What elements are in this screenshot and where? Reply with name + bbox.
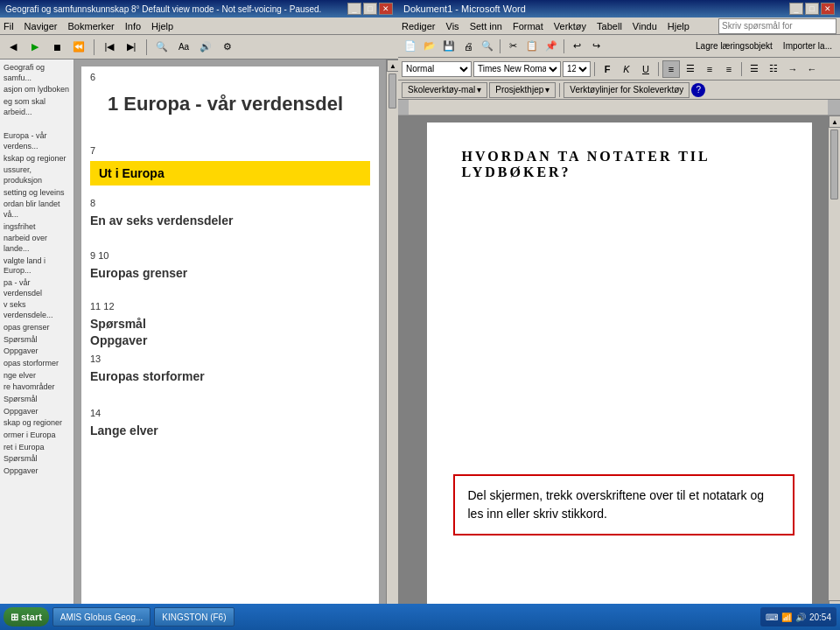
tray-time: 20:54 <box>809 612 831 622</box>
menu-format[interactable]: Format <box>513 21 543 32</box>
outline-item: opas storformer <box>4 359 70 369</box>
align-justify-btn[interactable]: ≡ <box>720 60 738 78</box>
word-minimize-btn[interactable]: _ <box>789 3 803 15</box>
menu-verktoy[interactable]: Verktøy <box>554 21 586 32</box>
menu-bokmerker[interactable]: Bokmerker <box>68 21 115 32</box>
menu-info[interactable]: Info <box>125 21 141 32</box>
outline-item: Spørsmål <box>4 335 70 346</box>
rewind-btn[interactable]: ⏪ <box>69 38 88 57</box>
menu-hjelp-word[interactable]: Hjelp <box>668 21 690 32</box>
help-icon-btn[interactable]: ? <box>691 83 705 97</box>
align-left-btn[interactable]: ≡ <box>662 60 680 78</box>
word-toolbar1: 📄 📂 💾 🖨 🔍 ✂ 📋 📌 ↩ ↪ Lagre læringsobjekt … <box>398 35 840 58</box>
lagre-btn[interactable]: Lagre læringsobjekt <box>691 38 777 55</box>
size-select[interactable]: 12 <box>563 61 591 77</box>
outdent-btn[interactable]: ← <box>803 60 821 78</box>
slide-highlight-text: Ut i Europa <box>99 166 164 180</box>
word-scrollbar[interactable]: ▲ ▼ <box>828 116 840 612</box>
chevron-down-icon: ▾ <box>477 85 481 94</box>
close-btn[interactable]: ✕ <box>379 3 393 15</box>
menu-naviger[interactable]: Naviger <box>24 21 58 32</box>
bold-btn[interactable]: F <box>598 60 616 78</box>
copy-btn[interactable]: 📋 <box>523 38 541 55</box>
style-select[interactable]: Normal <box>402 61 472 77</box>
prosjekthjep-btn[interactable]: Prosjekthjep ▾ <box>489 82 556 98</box>
audio-btn[interactable]: 🔊 <box>196 38 215 57</box>
back-btn[interactable]: ◀ <box>4 38 23 57</box>
word-scroll-thumb[interactable] <box>830 130 838 200</box>
undo-btn[interactable]: ↩ <box>568 38 585 55</box>
right-panel: Dokument1 - Microsoft Word _ □ ✕ Rediger… <box>398 0 840 630</box>
restore-btn[interactable]: □ <box>363 3 377 15</box>
paste-btn[interactable]: 📌 <box>542 38 560 55</box>
open-btn[interactable]: 📂 <box>421 38 438 55</box>
scroll-up-btn[interactable]: ▲ <box>387 60 398 72</box>
prev-btn[interactable]: |◀ <box>100 38 119 57</box>
print-btn[interactable]: 🖨 <box>459 38 477 55</box>
word-close-btn[interactable]: ✕ <box>821 3 835 15</box>
slide-canvas: 6 1 Europa - vår verdensdel 7 Ut i Europ… <box>81 66 379 604</box>
zoom-btn[interactable]: 🔍 <box>152 38 172 57</box>
font-select[interactable]: Times New Roman <box>473 61 561 77</box>
chevron-down-icon2: ▾ <box>545 85 550 94</box>
cut-btn[interactable]: ✂ <box>504 38 522 55</box>
font-a-btn[interactable]: Aa <box>174 38 193 57</box>
start-button[interactable]: ⊞ start <box>4 607 49 626</box>
slide-outline[interactable]: Geografi og samfu... asjon om lydboken e… <box>0 60 74 611</box>
tb1-sep1 <box>500 39 500 53</box>
preview-btn[interactable]: 🔍 <box>479 38 496 55</box>
tb2-sep1 <box>594 62 595 76</box>
menu-rediger[interactable]: Rediger <box>402 21 436 32</box>
redo-btn[interactable]: ↪ <box>587 38 605 55</box>
num-list-btn[interactable]: ☷ <box>765 60 782 78</box>
skoleverktoy-mal-btn[interactable]: Skoleverktøy-mal ▾ <box>402 82 487 98</box>
left-content: Geografi og samfu... asjon om lydboken e… <box>0 60 398 611</box>
settings-btn[interactable]: ⚙ <box>218 38 237 57</box>
prosjekthjep-label: Prosjekthjep <box>495 85 543 94</box>
outline-item: skap og regioner <box>4 418 70 429</box>
tb2-sep2 <box>658 62 659 76</box>
sep2 <box>146 39 147 55</box>
align-right-btn[interactable]: ≡ <box>701 60 718 78</box>
minimize-btn[interactable]: _ <box>347 3 361 15</box>
taskbar-task-kingston[interactable]: KINGSTON (F6) <box>154 607 234 626</box>
italic-btn[interactable]: K <box>618 60 635 78</box>
ruler-left-margin <box>398 100 409 115</box>
slide-num-6: 6 <box>90 72 95 82</box>
slide-scrollbar[interactable]: ▲ <box>386 60 398 611</box>
menu-vindu[interactable]: Vindu <box>633 21 657 32</box>
new-doc-btn[interactable]: 📄 <box>402 38 419 55</box>
menu-tabell[interactable]: Tabell <box>597 21 622 32</box>
taskbar-task-amis[interactable]: AMIS Globus Geog... <box>52 607 151 626</box>
menu-vis[interactable]: Vis <box>446 21 459 32</box>
menu-fil[interactable]: Fil <box>4 21 14 32</box>
outline-item: Spørsmål <box>4 454 70 465</box>
play-btn[interactable]: ▶ <box>25 38 45 57</box>
verktoylinjer-btn[interactable]: Verktøylinjer for Skoleverktøy <box>564 82 690 98</box>
scroll-thumb[interactable] <box>388 74 396 108</box>
slide-num-11: 11 12 <box>90 301 115 312</box>
importer-btn[interactable]: Importer la... <box>779 38 836 55</box>
left-toolbar: ◀ ▶ ⏹ ⏪ |◀ ▶| 🔍 Aa 🔊 ⚙ <box>0 35 398 60</box>
outline-item: v seks verdensdele... <box>4 300 70 320</box>
menu-sett-inn[interactable]: Sett inn <box>470 21 502 32</box>
underline-btn[interactable]: U <box>637 60 654 78</box>
menu-hjelp[interactable]: Hjelp <box>151 21 173 32</box>
indent-btn[interactable]: → <box>784 60 802 78</box>
word-scroll-up[interactable]: ▲ <box>829 116 840 128</box>
next-btn[interactable]: ▶| <box>122 38 141 57</box>
ask-input[interactable] <box>718 18 836 34</box>
list-btn[interactable]: ☰ <box>746 60 763 78</box>
slide-subheading-11: Oppgaver <box>90 333 147 347</box>
slide-num-7: 7 <box>90 145 95 156</box>
outline-item: ingsfrihet <box>4 222 70 233</box>
word-toolbar2: Normal Times New Roman 12 F K U ≡ ☰ ≡ ≡ … <box>398 58 840 80</box>
word-restore-btn[interactable]: □ <box>805 3 819 15</box>
align-center-btn[interactable]: ☰ <box>682 60 699 78</box>
outline-item: asjon om lydboken <box>4 85 70 95</box>
outline-item: Oppgaver <box>4 407 70 417</box>
stop-btn[interactable]: ⏹ <box>47 38 66 57</box>
save-doc-btn[interactable]: 💾 <box>440 38 458 55</box>
outline-item: re havområder <box>4 382 70 393</box>
slide-num-14: 14 <box>90 408 101 418</box>
